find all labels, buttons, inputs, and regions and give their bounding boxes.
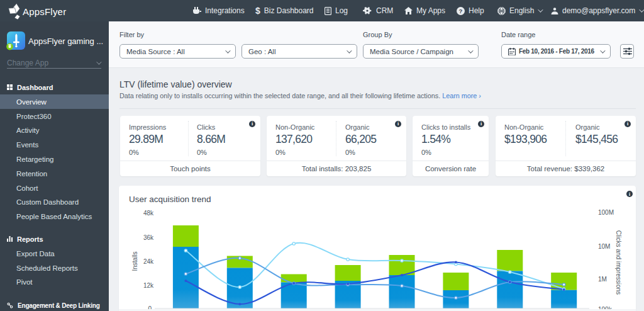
svg-text:1M: 1M <box>598 276 607 283</box>
svg-text:Clicks and impressions: Clicks and impressions <box>615 230 622 295</box>
svg-text:i: i <box>629 191 630 197</box>
svg-text:36k: 36k <box>143 234 154 241</box>
svg-text:10M: 10M <box>598 243 610 250</box>
svg-text:24k: 24k <box>143 258 154 265</box>
svg-text:Installs: Installs <box>131 251 138 271</box>
svg-text:?: ? <box>459 7 463 14</box>
svg-text:100M: 100M <box>598 209 614 216</box>
svg-text:User acquisition trend: User acquisition trend <box>129 195 211 204</box>
svg-text:48k: 48k <box>143 210 154 217</box>
svg-text:12k: 12k <box>143 282 154 289</box>
